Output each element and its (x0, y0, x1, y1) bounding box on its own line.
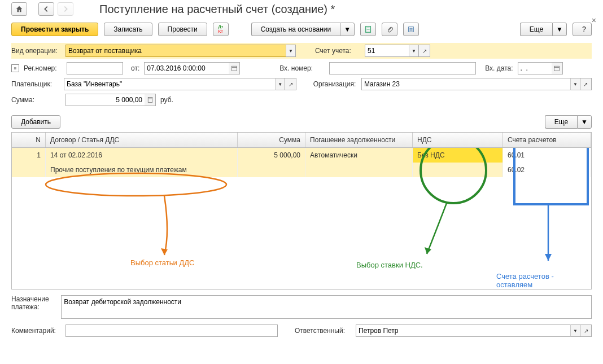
create-based-group: Создать на основании ▼ (251, 23, 355, 36)
account-label: Счет учета: (315, 47, 360, 55)
help-button[interactable]: ? (573, 23, 592, 36)
responsible-label: Ответственный: (295, 327, 351, 335)
payer-open[interactable]: ↗ (285, 78, 296, 90)
cell-p2 (305, 163, 413, 177)
cell-sum[interactable]: 5 000,00 (238, 148, 305, 163)
more-dropdown[interactable]: ▼ (552, 23, 567, 36)
responsible-dropdown[interactable]: ▼ (570, 324, 580, 337)
account-open[interactable]: ↗ (419, 45, 430, 57)
payer-dropdown[interactable]: ▼ (275, 78, 285, 90)
purpose-textarea[interactable] (61, 295, 592, 319)
comment-input[interactable] (65, 324, 278, 337)
cell-v2 (413, 163, 503, 177)
close-button[interactable]: × (592, 16, 596, 25)
op-type-label: Вид операции: (11, 47, 61, 55)
in-num-input[interactable] (329, 62, 476, 74)
arrow-right-icon (62, 5, 69, 13)
col-debt[interactable]: Погашение задолженности (305, 133, 413, 147)
col-n[interactable]: N (12, 133, 46, 147)
page-title: Поступление на расчетный счет (создание)… (99, 3, 335, 16)
grid-more-dropdown[interactable]: ▼ (577, 115, 592, 129)
cell-contract[interactable]: 14 от 02.02.2016 (46, 148, 238, 163)
paperclip-icon (386, 25, 394, 33)
document-icon (364, 25, 372, 33)
purpose-label: Назначение платежа: (11, 295, 56, 311)
payer-input[interactable] (64, 78, 275, 90)
grid-more-group: Еще ▼ (545, 115, 592, 129)
reg-num-label: Рег.номер: (24, 64, 62, 72)
list-button[interactable] (403, 23, 419, 36)
svg-marker-18 (545, 254, 552, 261)
svg-rect-9 (554, 66, 560, 71)
save-button[interactable]: Записать (104, 23, 152, 36)
payer-label: Плательщик: (11, 80, 59, 88)
responsible-input[interactable] (356, 324, 570, 337)
forward-button[interactable] (58, 2, 73, 16)
op-type-dropdown[interactable]: ▼ (286, 45, 296, 57)
grid-body: 1 14 от 02.02.2016 5 000,00 Автоматическ… (12, 148, 591, 289)
calculator-icon (147, 97, 154, 103)
grid-more-button[interactable]: Еще (545, 115, 577, 129)
in-num-label: Вх. номер: (279, 64, 325, 72)
sum-label: Сумма: (11, 96, 61, 104)
comment-label: Комментарий: (11, 327, 61, 335)
table-row[interactable]: 1 14 от 02.02.2016 5 000,00 Автоматическ… (12, 148, 591, 163)
in-date-input[interactable] (518, 62, 552, 74)
annotation-accounts: Счета расчетов - оставляем (496, 272, 591, 289)
org-input[interactable] (361, 78, 570, 90)
svg-rect-12 (148, 98, 152, 99)
currency-label: руб. (160, 96, 173, 104)
org-label: Организация: (313, 80, 357, 88)
home-icon (15, 5, 23, 13)
sum-calc[interactable] (145, 94, 156, 106)
in-date-picker[interactable] (552, 62, 563, 74)
more-button[interactable]: Еще (520, 23, 552, 36)
grid-header: N Договор / Статья ДДС Сумма Погашение з… (12, 133, 591, 148)
dtkt-icon: ДтКт (218, 25, 223, 34)
sum-input[interactable] (65, 94, 145, 106)
table-row[interactable]: Прочие поступления по текущим платежам 6… (12, 163, 591, 177)
form-area: Вид операции: ▼ Счет учета: ▼ ↗ ≡ Рег.но… (0, 41, 603, 112)
date-input[interactable] (144, 62, 229, 74)
reg-num-input[interactable] (67, 62, 123, 74)
from-label: от: (131, 64, 139, 72)
cell-debt[interactable]: Автоматически (305, 148, 413, 163)
col-contract[interactable]: Договор / Статья ДДС (46, 133, 238, 147)
cell-vat[interactable]: Без НДС (413, 148, 503, 163)
add-row-button[interactable]: Добавить (11, 115, 60, 129)
reg-icon: ≡ (11, 64, 19, 72)
svg-rect-7 (231, 66, 237, 71)
payments-grid: N Договор / Статья ДДС Сумма Погашение з… (11, 132, 592, 290)
more-group: Еще ▼ (520, 23, 567, 36)
bottom-form: Назначение платежа: Комментарий: Ответст… (0, 290, 603, 346)
org-dropdown[interactable]: ▼ (570, 78, 580, 90)
create-based-dropdown[interactable]: ▼ (340, 23, 355, 36)
create-based-button[interactable]: Создать на основании (251, 23, 340, 36)
cell-dds[interactable]: Прочие поступления по текущим платежам (46, 163, 238, 177)
cell-acc1[interactable]: 60.01 (503, 148, 591, 163)
org-open[interactable]: ↗ (580, 78, 592, 90)
col-accounts[interactable]: Счета расчетов (503, 133, 591, 147)
in-date-label: Вх. дата: (485, 64, 513, 72)
cell-acc2[interactable]: 60.02 (503, 163, 591, 177)
dtkt-button[interactable]: ДтКт (213, 23, 229, 36)
doc-icon-button[interactable] (360, 23, 376, 36)
cell-s2 (238, 163, 305, 177)
cell-n: 1 (12, 148, 46, 163)
clip-button[interactable] (382, 23, 397, 36)
date-picker[interactable] (229, 62, 240, 74)
annotation-dds: Выбор статьи ДДС (130, 258, 194, 267)
home-button[interactable] (11, 2, 27, 16)
account-input[interactable] (365, 45, 409, 57)
cell-n2 (12, 163, 46, 177)
account-dropdown[interactable]: ▼ (409, 45, 419, 57)
col-sum[interactable]: Сумма (238, 133, 305, 147)
svg-marker-14 (161, 248, 168, 255)
annotation-vat: Выбор ставки НДС. (356, 261, 423, 269)
responsible-open[interactable]: ↗ (580, 324, 592, 337)
op-type-input[interactable] (65, 45, 286, 57)
post-and-close-button[interactable]: Провести и закрыть (11, 23, 98, 36)
col-vat[interactable]: НДС (413, 133, 503, 147)
post-button[interactable]: Провести (158, 23, 207, 36)
back-button[interactable] (38, 2, 54, 16)
